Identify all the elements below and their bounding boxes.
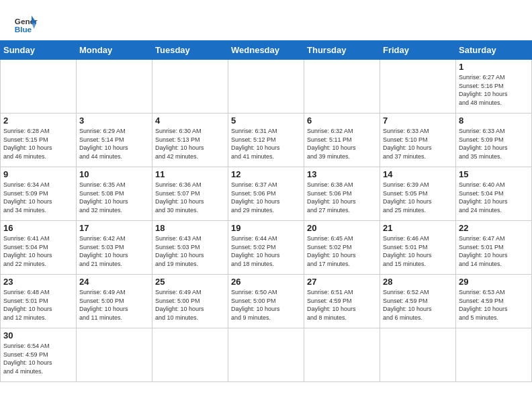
calendar-cell [77, 328, 152, 382]
day-of-week-friday: Friday [380, 41, 456, 60]
day-of-week-wednesday: Wednesday [228, 41, 304, 60]
calendar-cell: 5Sunrise: 6:31 AM Sunset: 5:12 PM Daylig… [228, 113, 304, 167]
calendar-cell: 17Sunrise: 6:42 AM Sunset: 5:03 PM Dayli… [77, 221, 152, 275]
calendar-week-6: 30Sunrise: 6:54 AM Sunset: 4:59 PM Dayli… [1, 328, 532, 382]
day-info: Sunrise: 6:29 AM Sunset: 5:14 PM Dayligh… [79, 127, 149, 161]
day-info: Sunrise: 6:43 AM Sunset: 5:03 PM Dayligh… [155, 234, 225, 268]
day-info: Sunrise: 6:45 AM Sunset: 5:02 PM Dayligh… [307, 234, 377, 268]
calendar-cell: 2Sunrise: 6:28 AM Sunset: 5:15 PM Daylig… [1, 113, 77, 167]
page-header: General Blue [0, 0, 532, 40]
calendar-cell [456, 328, 532, 382]
day-info: Sunrise: 6:38 AM Sunset: 5:06 PM Dayligh… [307, 181, 377, 214]
day-number: 4 [155, 116, 225, 126]
day-of-week-monday: Monday [77, 41, 152, 60]
calendar-cell [228, 328, 304, 382]
day-info: Sunrise: 6:31 AM Sunset: 5:12 PM Dayligh… [231, 127, 301, 161]
day-info: Sunrise: 6:47 AM Sunset: 5:01 PM Dayligh… [459, 234, 529, 268]
calendar-cell: 24Sunrise: 6:49 AM Sunset: 5:00 PM Dayli… [77, 275, 152, 328]
day-number: 23 [3, 277, 73, 287]
calendar-cell: 26Sunrise: 6:50 AM Sunset: 5:00 PM Dayli… [228, 275, 304, 328]
calendar-cell [304, 60, 380, 113]
calendar-cell: 16Sunrise: 6:41 AM Sunset: 5:04 PM Dayli… [1, 221, 77, 275]
day-info: Sunrise: 6:33 AM Sunset: 5:09 PM Dayligh… [459, 127, 529, 161]
day-info: Sunrise: 6:49 AM Sunset: 5:00 PM Dayligh… [79, 288, 149, 322]
day-info: Sunrise: 6:27 AM Sunset: 5:16 PM Dayligh… [459, 73, 529, 107]
day-number: 17 [79, 223, 149, 233]
day-number: 2 [3, 116, 73, 126]
calendar-cell: 29Sunrise: 6:53 AM Sunset: 4:59 PM Dayli… [456, 275, 532, 328]
day-of-week-tuesday: Tuesday [152, 41, 228, 60]
day-number: 5 [231, 116, 301, 126]
day-info: Sunrise: 6:48 AM Sunset: 5:01 PM Dayligh… [3, 288, 73, 322]
day-info: Sunrise: 6:42 AM Sunset: 5:03 PM Dayligh… [79, 234, 149, 268]
svg-text:Blue: Blue [15, 25, 32, 34]
day-info: Sunrise: 6:50 AM Sunset: 5:00 PM Dayligh… [231, 288, 301, 322]
calendar-cell [152, 60, 228, 113]
calendar-week-1: 1Sunrise: 6:27 AM Sunset: 5:16 PM Daylig… [1, 60, 532, 113]
calendar-cell: 1Sunrise: 6:27 AM Sunset: 5:16 PM Daylig… [456, 60, 532, 113]
day-info: Sunrise: 6:52 AM Sunset: 4:59 PM Dayligh… [383, 288, 453, 322]
svg-marker-3 [32, 23, 36, 29]
day-number: 18 [155, 223, 225, 233]
calendar-cell [380, 60, 456, 113]
calendar-cell [304, 328, 380, 382]
day-number: 12 [231, 169, 301, 179]
day-number: 26 [231, 277, 301, 287]
calendar-cell: 6Sunrise: 6:32 AM Sunset: 5:11 PM Daylig… [304, 113, 380, 167]
day-of-week-saturday: Saturday [456, 41, 532, 60]
calendar-header: SundayMondayTuesdayWednesdayThursdayFrid… [1, 41, 532, 60]
day-number: 15 [459, 169, 529, 179]
day-info: Sunrise: 6:49 AM Sunset: 5:00 PM Dayligh… [155, 288, 225, 322]
day-number: 7 [383, 116, 453, 126]
day-number: 3 [79, 116, 149, 126]
day-info: Sunrise: 6:37 AM Sunset: 5:06 PM Dayligh… [231, 181, 301, 214]
day-info: Sunrise: 6:30 AM Sunset: 5:13 PM Dayligh… [155, 127, 225, 161]
day-number: 24 [79, 277, 149, 287]
calendar-table: SundayMondayTuesdayWednesdayThursdayFrid… [0, 40, 532, 382]
calendar-cell: 15Sunrise: 6:40 AM Sunset: 5:04 PM Dayli… [456, 167, 532, 221]
day-number: 22 [459, 223, 529, 233]
calendar-cell: 12Sunrise: 6:37 AM Sunset: 5:06 PM Dayli… [228, 167, 304, 221]
calendar-cell [228, 60, 304, 113]
day-info: Sunrise: 6:32 AM Sunset: 5:11 PM Dayligh… [307, 127, 377, 161]
calendar-week-3: 9Sunrise: 6:34 AM Sunset: 5:09 PM Daylig… [1, 167, 532, 221]
calendar-cell: 19Sunrise: 6:44 AM Sunset: 5:02 PM Dayli… [228, 221, 304, 275]
day-info: Sunrise: 6:54 AM Sunset: 4:59 PM Dayligh… [3, 342, 73, 375]
calendar-cell: 27Sunrise: 6:51 AM Sunset: 4:59 PM Dayli… [304, 275, 380, 328]
calendar-week-5: 23Sunrise: 6:48 AM Sunset: 5:01 PM Dayli… [1, 275, 532, 328]
day-number: 27 [307, 277, 377, 287]
logo: General Blue [13, 11, 38, 35]
calendar-cell: 18Sunrise: 6:43 AM Sunset: 5:03 PM Dayli… [152, 221, 228, 275]
calendar-cell: 13Sunrise: 6:38 AM Sunset: 5:06 PM Dayli… [304, 167, 380, 221]
day-number: 13 [307, 169, 377, 179]
logo-icon: General Blue [13, 11, 38, 35]
day-number: 1 [459, 62, 529, 72]
calendar-cell: 20Sunrise: 6:45 AM Sunset: 5:02 PM Dayli… [304, 221, 380, 275]
day-info: Sunrise: 6:28 AM Sunset: 5:15 PM Dayligh… [3, 127, 73, 161]
calendar-cell: 4Sunrise: 6:30 AM Sunset: 5:13 PM Daylig… [152, 113, 228, 167]
calendar-cell [152, 328, 228, 382]
day-number: 19 [231, 223, 301, 233]
calendar-cell: 3Sunrise: 6:29 AM Sunset: 5:14 PM Daylig… [77, 113, 152, 167]
day-info: Sunrise: 6:35 AM Sunset: 5:08 PM Dayligh… [79, 181, 149, 214]
calendar-cell: 10Sunrise: 6:35 AM Sunset: 5:08 PM Dayli… [77, 167, 152, 221]
day-info: Sunrise: 6:46 AM Sunset: 5:01 PM Dayligh… [383, 234, 453, 268]
calendar-cell: 9Sunrise: 6:34 AM Sunset: 5:09 PM Daylig… [1, 167, 77, 221]
calendar-cell: 22Sunrise: 6:47 AM Sunset: 5:01 PM Dayli… [456, 221, 532, 275]
calendar-cell: 7Sunrise: 6:33 AM Sunset: 5:10 PM Daylig… [380, 113, 456, 167]
day-info: Sunrise: 6:33 AM Sunset: 5:10 PM Dayligh… [383, 127, 453, 161]
day-number: 30 [3, 330, 73, 340]
day-number: 16 [3, 223, 73, 233]
day-info: Sunrise: 6:51 AM Sunset: 4:59 PM Dayligh… [307, 288, 377, 322]
day-number: 10 [79, 169, 149, 179]
calendar-cell: 23Sunrise: 6:48 AM Sunset: 5:01 PM Dayli… [1, 275, 77, 328]
day-info: Sunrise: 6:44 AM Sunset: 5:02 PM Dayligh… [231, 234, 301, 268]
day-number: 11 [155, 169, 225, 179]
calendar-cell: 21Sunrise: 6:46 AM Sunset: 5:01 PM Dayli… [380, 221, 456, 275]
day-info: Sunrise: 6:39 AM Sunset: 5:05 PM Dayligh… [383, 181, 453, 214]
day-of-week-sunday: Sunday [1, 41, 77, 60]
day-info: Sunrise: 6:34 AM Sunset: 5:09 PM Dayligh… [3, 181, 73, 214]
calendar-cell [1, 60, 77, 113]
calendar-cell: 8Sunrise: 6:33 AM Sunset: 5:09 PM Daylig… [456, 113, 532, 167]
calendar-cell: 28Sunrise: 6:52 AM Sunset: 4:59 PM Dayli… [380, 275, 456, 328]
